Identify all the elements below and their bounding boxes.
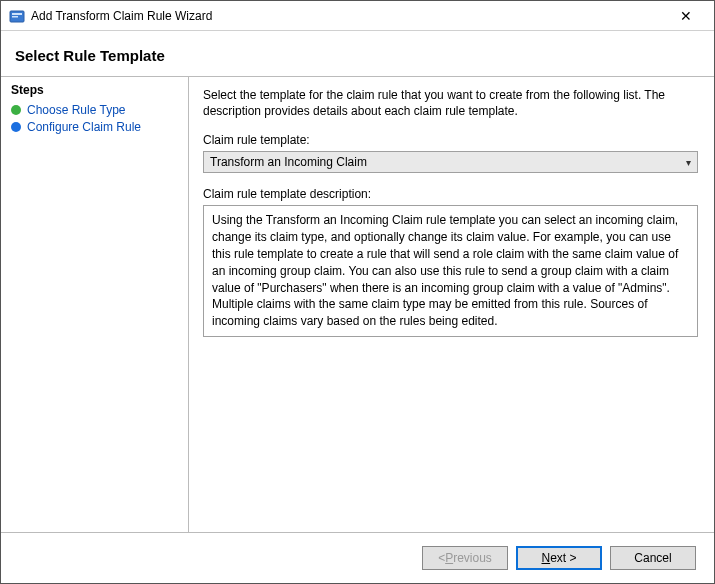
header: Select Rule Template bbox=[1, 31, 714, 76]
step-complete-icon bbox=[11, 105, 21, 115]
next-button[interactable]: Next > bbox=[516, 546, 602, 570]
footer: < Previous Next > Cancel bbox=[1, 533, 714, 583]
next-mnemonic: N bbox=[541, 551, 550, 565]
steps-sidebar: Steps Choose Rule Type Configure Claim R… bbox=[1, 77, 189, 532]
step-label: Choose Rule Type bbox=[27, 103, 126, 117]
previous-prefix: < bbox=[438, 551, 445, 565]
step-current-icon bbox=[11, 122, 21, 132]
chevron-down-icon: ▾ bbox=[686, 157, 691, 168]
previous-button: < Previous bbox=[422, 546, 508, 570]
description-label: Claim rule template description: bbox=[203, 187, 698, 201]
description-text: Using the Transform an Incoming Claim ru… bbox=[212, 213, 678, 328]
titlebar: Add Transform Claim Rule Wizard ✕ bbox=[1, 1, 714, 31]
window-title: Add Transform Claim Rule Wizard bbox=[31, 9, 666, 23]
main-panel: Select the template for the claim rule t… bbox=[189, 77, 714, 532]
step-choose-rule-type[interactable]: Choose Rule Type bbox=[11, 103, 178, 117]
previous-mnemonic: P bbox=[445, 551, 453, 565]
svg-rect-1 bbox=[12, 13, 22, 15]
template-label: Claim rule template: bbox=[203, 133, 698, 147]
description-box: Using the Transform an Incoming Claim ru… bbox=[203, 205, 698, 337]
template-selected-value: Transform an Incoming Claim bbox=[210, 155, 367, 169]
cancel-button[interactable]: Cancel bbox=[610, 546, 696, 570]
app-icon bbox=[9, 8, 25, 24]
steps-heading: Steps bbox=[11, 83, 178, 97]
content: Steps Choose Rule Type Configure Claim R… bbox=[1, 76, 714, 533]
step-label: Configure Claim Rule bbox=[27, 120, 141, 134]
page-title: Select Rule Template bbox=[15, 47, 700, 64]
step-configure-claim-rule[interactable]: Configure Claim Rule bbox=[11, 120, 178, 134]
template-select[interactable]: Transform an Incoming Claim ▾ bbox=[203, 151, 698, 173]
intro-text: Select the template for the claim rule t… bbox=[203, 87, 698, 119]
svg-rect-2 bbox=[12, 16, 18, 18]
previous-rest: revious bbox=[453, 551, 492, 565]
close-button[interactable]: ✕ bbox=[666, 8, 706, 24]
next-rest: ext > bbox=[550, 551, 576, 565]
